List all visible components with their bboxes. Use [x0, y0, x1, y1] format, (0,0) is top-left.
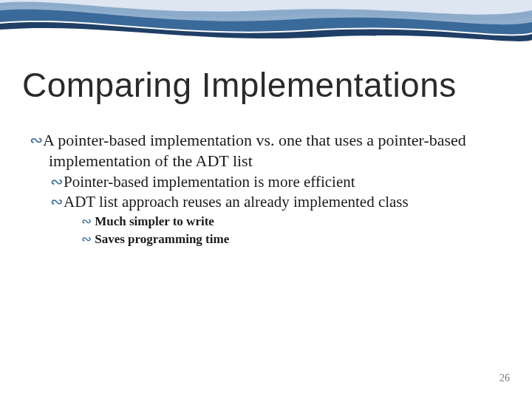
bullet-glyph-icon: ∾ — [81, 214, 95, 228]
bullet-level2: ∾ADT list approach reuses an already imp… — [50, 192, 510, 211]
bullet-glyph-icon: ∾ — [50, 173, 64, 191]
page-number: 26 — [499, 372, 510, 384]
bullet-text: Much simpler to write — [95, 214, 214, 228]
bullet-glyph-icon: ∾ — [30, 131, 43, 149]
bullet-text: A pointer-based implementation vs. one t… — [43, 131, 466, 170]
slide-title: Comparing Implementations — [22, 65, 457, 105]
bullet-level1: ∾A pointer-based implementation vs. one … — [30, 130, 510, 171]
bullet-text: ADT list approach reuses an already impl… — [64, 193, 409, 211]
bullet-glyph-icon: ∾ — [81, 232, 95, 246]
decorative-wave-icon — [0, 0, 532, 47]
slide-top-border — [0, 0, 532, 47]
slide-content: ∾A pointer-based implementation vs. one … — [30, 130, 510, 248]
bullet-text: Pointer-based implementation is more eff… — [64, 173, 355, 191]
bullet-level3: ∾ Much simpler to write — [81, 214, 510, 230]
bullet-glyph-icon: ∾ — [50, 193, 64, 211]
presentation-slide: Comparing Implementations ∾A pointer-bas… — [0, 0, 532, 399]
bullet-level3: ∾ Saves programming time — [81, 231, 510, 248]
bullet-level2: ∾Pointer-based implementation is more ef… — [50, 172, 510, 191]
bullet-text: Saves programming time — [95, 232, 229, 246]
